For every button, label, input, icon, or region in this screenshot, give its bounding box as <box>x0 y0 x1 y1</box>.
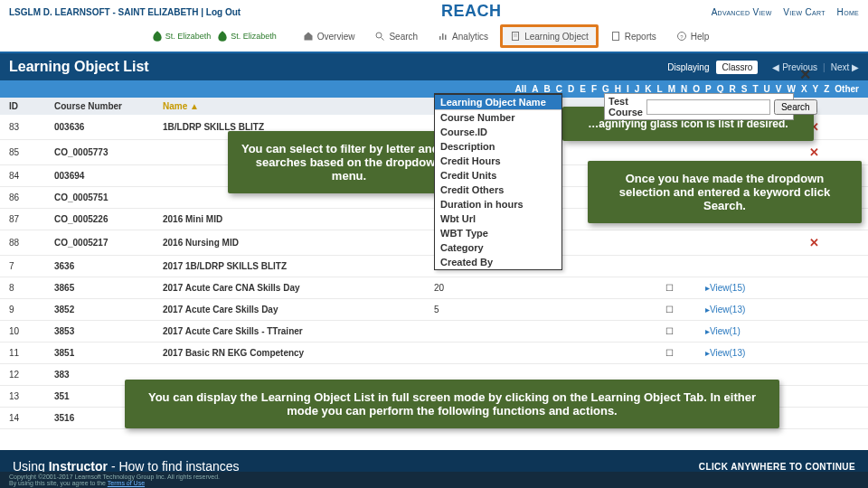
table-row[interactable]: 1138512017 Basic RN EKG Competency☐▸View… <box>0 343 868 364</box>
cell-course-number: CO_0005217 <box>54 238 163 248</box>
search-field-dropdown[interactable]: Learning Object NameCourse NumberCourse.… <box>434 93 562 270</box>
terms-link[interactable]: Terms of Use <box>108 480 145 486</box>
cell-c4: 20 <box>434 283 533 293</box>
svg-text:?: ? <box>680 34 684 40</box>
view-link[interactable]: ▸View(13) <box>705 305 787 314</box>
dropdown-item[interactable]: Credit Units <box>435 168 561 183</box>
tab-reports-label: Reports <box>625 32 656 42</box>
view-cart-link[interactable]: View Cart <box>783 7 825 17</box>
col-name[interactable]: Name ▲ <box>163 101 434 111</box>
view-link[interactable]: ▸View(13) <box>705 348 787 358</box>
session-user-line: LSGLM D. LEARNSOFT - SAINT ELIZABETH | L… <box>9 7 241 17</box>
pager-next[interactable]: Next ▶ <box>831 62 859 72</box>
alpha-d[interactable]: D <box>568 84 574 94</box>
cell-course-number: 3865 <box>54 283 163 293</box>
dropdown-item[interactable]: Course Number <box>435 110 561 125</box>
advanced-view-link[interactable]: Advanced View <box>712 7 772 17</box>
cell-class-icon[interactable]: ☐ <box>633 283 705 293</box>
table-row[interactable]: 938522017 Acute Care Skills Day5☐▸View(1… <box>0 299 868 321</box>
displaying-value[interactable]: Classro <box>716 61 758 74</box>
alpha-y[interactable]: Y <box>813 84 819 94</box>
delete-icon[interactable]: ✕ <box>787 236 841 249</box>
tab-help[interactable]: ? Help <box>668 24 718 48</box>
cell-course-number: 3851 <box>54 348 163 358</box>
nav-tabs: Overview Search Analytics Learning Objec… <box>295 24 718 48</box>
cell-course-number: 3853 <box>54 326 163 336</box>
dropdown-item[interactable]: Created By <box>435 255 561 269</box>
cell-course-number: CO_0005773 <box>54 147 163 157</box>
tab-overview[interactable]: Overview <box>295 24 363 48</box>
bars-icon <box>438 31 448 42</box>
tab-overview-label: Overview <box>317 32 355 42</box>
cell-id: 86 <box>9 192 54 202</box>
cell-name: 2016 Mini MID <box>163 214 434 224</box>
dropdown-item[interactable]: Learning Object Name <box>435 95 561 109</box>
callout-instances: instances. <box>662 219 778 253</box>
tab-analytics[interactable]: Analytics <box>429 24 496 48</box>
col-course-number[interactable]: Course Number <box>54 101 163 111</box>
cell-name: 2017 Acute Care Skills - TTrainer <box>163 326 434 336</box>
cell-id: 13 <box>9 391 54 401</box>
search-input[interactable] <box>646 99 770 115</box>
svg-point-0 <box>376 33 382 38</box>
cell-name: 2017 Acute Care CNA Skills Day <box>163 283 434 293</box>
svg-rect-4 <box>445 35 447 41</box>
delete-icon[interactable]: ✕ <box>787 145 841 159</box>
tab-search[interactable]: Search <box>366 24 426 48</box>
click-to-continue[interactable]: CLICK ANYWHERE TO CONTINUE <box>699 462 855 472</box>
alpha-f[interactable]: F <box>591 84 597 94</box>
cell-id: 14 <box>9 413 54 423</box>
tab-help-label: Help <box>691 32 710 42</box>
cell-course-number: CO_0005751 <box>54 192 163 202</box>
dropdown-item[interactable]: Wbt Url <box>435 211 561 226</box>
cell-class-icon[interactable]: ☐ <box>633 348 705 358</box>
cell-id: 84 <box>9 171 54 181</box>
cell-name: 2017 1B/LDRP SKILLS BLITZ <box>163 261 434 271</box>
close-icon[interactable]: ✕ <box>799 66 811 83</box>
svg-rect-8 <box>612 33 618 41</box>
page-title: Learning Object List <box>9 59 149 75</box>
tab-reports[interactable]: Reports <box>602 24 665 48</box>
cell-name: 2017 Basic RN EKG Competency <box>163 348 434 358</box>
dropdown-item[interactable]: Duration in hours <box>435 197 561 211</box>
tab-search-label: Search <box>389 32 418 42</box>
view-link[interactable]: ▸View(15) <box>705 283 787 293</box>
svg-line-1 <box>382 38 384 41</box>
cell-course-number: 003694 <box>54 171 163 181</box>
dropdown-item[interactable]: WBT Type <box>435 226 561 240</box>
alpha-other[interactable]: Other <box>835 84 859 94</box>
alpha-e[interactable]: E <box>580 84 586 94</box>
fineprint: Copyright ©2001-2017 Learnsoft Technolog… <box>0 472 868 488</box>
cell-id: 87 <box>9 214 54 224</box>
home-icon <box>303 31 314 42</box>
dropdown-item[interactable]: Course.ID <box>435 125 561 139</box>
home-link[interactable]: Home <box>837 7 859 17</box>
alpha-x[interactable]: X <box>801 84 807 94</box>
tab-learning-object-label: Learning Object <box>524 32 589 42</box>
table-row[interactable]: 1038532017 Acute Care Skills - TTrainer☐… <box>0 321 868 343</box>
leaf-icon <box>216 30 229 42</box>
dropdown-item[interactable]: Credit Hours <box>435 154 561 168</box>
cell-id: 9 <box>9 305 54 314</box>
cell-id: 85 <box>9 147 54 157</box>
dropdown-item[interactable]: Category <box>435 240 561 255</box>
svg-rect-2 <box>439 36 441 40</box>
cell-c4: 5 <box>434 305 533 314</box>
logo-1: St. Elizabeth <box>151 30 212 42</box>
cell-class-icon[interactable]: ☐ <box>633 305 705 314</box>
tab-learning-object[interactable]: Learning Object <box>500 24 599 48</box>
table-row[interactable]: 838652017 Acute Care CNA Skills Day20☐▸V… <box>0 277 868 299</box>
cell-id: 7 <box>9 261 54 271</box>
col-id[interactable]: ID <box>9 101 54 111</box>
report-icon <box>610 31 621 42</box>
top-links: Advanced View View Cart Home <box>703 7 859 17</box>
brand-name: REACH <box>441 2 502 21</box>
cell-class-icon[interactable]: ☐ <box>633 326 705 336</box>
dropdown-item[interactable]: Credit Others <box>435 183 561 197</box>
dropdown-item[interactable]: Description <box>435 139 561 154</box>
cell-id: 83 <box>9 122 54 132</box>
search-button[interactable]: Search <box>774 99 817 115</box>
leaf-icon <box>151 30 164 42</box>
view-link[interactable]: ▸View(1) <box>705 326 787 336</box>
alpha-z[interactable]: Z <box>824 84 829 94</box>
